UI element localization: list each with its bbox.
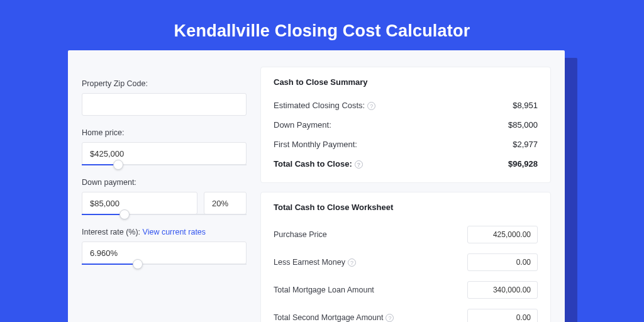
worksheet-row-label: Total Mortgage Loan Amount [274, 286, 374, 294]
interest-rate-label-text: Interest rate (%): [82, 228, 143, 236]
interest-rate-slider[interactable] [82, 264, 247, 265]
down-payment-label: Down payment: [82, 178, 247, 187]
summary-row-value: $8,951 [513, 101, 538, 110]
summary-row: First Monthly Payment: $2,977 [274, 135, 538, 154]
view-rates-link[interactable]: View current rates [143, 228, 206, 236]
help-icon[interactable]: ? [355, 160, 363, 169]
help-icon[interactable]: ? [367, 102, 375, 110]
summary-row-label: Estimated Closing Costs: [274, 101, 365, 110]
summary-total-value: $96,928 [508, 159, 538, 169]
home-price-field: Home price: [82, 128, 247, 165]
worksheet-row-label: Less Earnest Money [274, 258, 345, 267]
interest-rate-input[interactable] [82, 242, 247, 264]
summary-row: Estimated Closing Costs:? $8,951 [274, 96, 538, 115]
worksheet-row-input[interactable] [467, 253, 538, 271]
home-price-label: Home price: [82, 128, 247, 137]
summary-row-value: $85,000 [508, 120, 538, 130]
help-icon[interactable]: ? [386, 314, 394, 322]
slider-thumb[interactable] [119, 209, 130, 219]
down-payment-input[interactable] [82, 192, 197, 214]
slider-thumb[interactable] [113, 160, 123, 170]
worksheet-row: Total Second Mortgage Amount? [274, 304, 538, 322]
zip-field: Property Zip Code: [82, 79, 247, 116]
worksheet-row-input[interactable] [467, 226, 538, 243]
home-price-slider[interactable] [82, 164, 247, 165]
worksheet-row-label: Total Second Mortgage Amount [274, 313, 383, 322]
summary-row-label: Down Payment: [274, 120, 331, 130]
down-payment-field: Down payment: [82, 178, 247, 215]
interest-rate-label: Interest rate (%): View current rates [82, 228, 247, 236]
down-payment-pct-input[interactable] [204, 192, 247, 214]
worksheet-row: Less Earnest Money? [274, 248, 538, 276]
zip-label: Property Zip Code: [82, 79, 247, 88]
results-column: Cash to Close Summary Estimated Closing … [260, 67, 551, 322]
worksheet-row: Purchase Price [274, 221, 538, 248]
summary-row-value: $2,977 [513, 140, 538, 149]
summary-total-row: Total Cash to Close:? $96,928 [274, 154, 538, 174]
summary-total-label: Total Cash to Close: [274, 159, 352, 169]
slider-fill [82, 264, 138, 265]
worksheet-row-input[interactable] [467, 281, 538, 299]
interest-rate-field: Interest rate (%): View current rates [82, 228, 247, 265]
worksheet-row: Total Mortgage Loan Amount [274, 276, 538, 304]
worksheet-row-label: Purchase Price [274, 230, 327, 239]
help-icon[interactable]: ? [348, 258, 356, 267]
summary-row-label: First Monthly Payment: [274, 140, 357, 149]
worksheet-row-input[interactable] [467, 309, 538, 322]
zip-input[interactable] [82, 93, 247, 116]
summary-row: Down Payment: $85,000 [274, 115, 538, 135]
slider-fill [82, 214, 125, 215]
worksheet-title: Total Cash to Close Worksheet [274, 203, 538, 212]
home-price-input[interactable] [82, 142, 247, 165]
calculator-card: Property Zip Code: Home price: Down paym… [68, 50, 565, 322]
page-title: Kendallville Closing Cost Calculator [0, 0, 644, 41]
summary-panel: Cash to Close Summary Estimated Closing … [260, 67, 551, 183]
down-payment-slider[interactable] [82, 214, 247, 215]
worksheet-panel: Total Cash to Close Worksheet Purchase P… [260, 192, 551, 322]
inputs-column: Property Zip Code: Home price: Down paym… [82, 67, 247, 322]
slider-thumb[interactable] [133, 259, 143, 269]
summary-title: Cash to Close Summary [274, 77, 538, 87]
